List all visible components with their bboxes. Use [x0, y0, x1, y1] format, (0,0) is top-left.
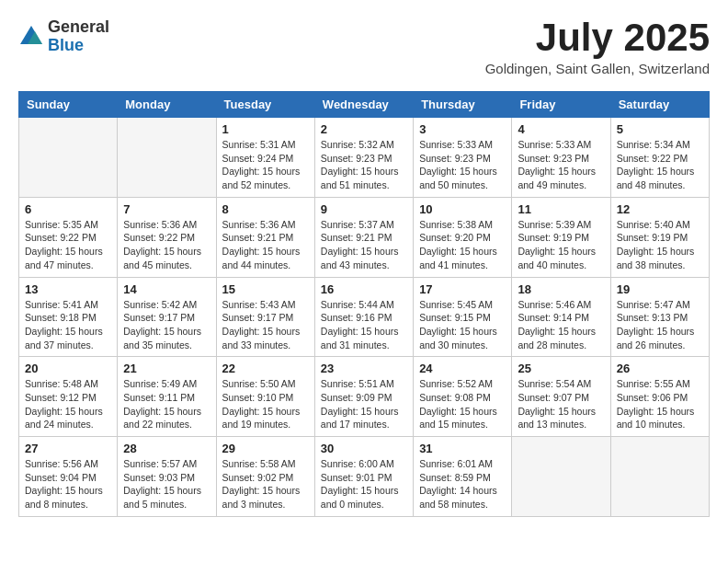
week-row: 1Sunrise: 5:31 AM Sunset: 9:24 PM Daylig…	[19, 118, 710, 198]
day-info: Sunrise: 5:50 AM Sunset: 9:10 PM Dayligh…	[222, 377, 309, 431]
day-number: 6	[25, 202, 111, 216]
day-info: Sunrise: 5:34 AM Sunset: 9:22 PM Dayligh…	[617, 138, 703, 192]
calendar-cell: 6Sunrise: 5:35 AM Sunset: 9:22 PM Daylig…	[19, 197, 118, 277]
day-info: Sunrise: 5:31 AM Sunset: 9:24 PM Dayligh…	[222, 138, 309, 192]
day-info: Sunrise: 5:52 AM Sunset: 9:08 PM Dayligh…	[419, 377, 506, 431]
day-number: 13	[25, 282, 111, 296]
day-info: Sunrise: 5:37 AM Sunset: 9:21 PM Dayligh…	[321, 218, 407, 272]
calendar-cell: 11Sunrise: 5:39 AM Sunset: 9:19 PM Dayli…	[512, 197, 610, 277]
page-header: General Blue July 2025 Goldingen, Saint …	[18, 18, 710, 76]
day-info: Sunrise: 5:36 AM Sunset: 9:22 PM Dayligh…	[123, 218, 210, 272]
calendar-cell: 7Sunrise: 5:36 AM Sunset: 9:22 PM Daylig…	[118, 197, 216, 277]
weekday-header: Sunday	[19, 92, 118, 118]
calendar-cell: 26Sunrise: 5:55 AM Sunset: 9:06 PM Dayli…	[610, 357, 709, 437]
day-info: Sunrise: 5:56 AM Sunset: 9:04 PM Dayligh…	[25, 457, 111, 511]
day-number: 8	[222, 202, 309, 216]
logo: General Blue	[18, 18, 109, 55]
day-info: Sunrise: 5:55 AM Sunset: 9:06 PM Dayligh…	[617, 377, 703, 431]
day-info: Sunrise: 5:57 AM Sunset: 9:03 PM Dayligh…	[123, 457, 210, 511]
day-number: 16	[321, 282, 407, 296]
weekday-header: Monday	[118, 92, 216, 118]
logo-blue: Blue	[48, 37, 109, 55]
day-info: Sunrise: 5:35 AM Sunset: 9:22 PM Dayligh…	[25, 218, 111, 272]
day-number: 9	[321, 202, 407, 216]
calendar-cell: 28Sunrise: 5:57 AM Sunset: 9:03 PM Dayli…	[118, 437, 216, 517]
day-info: Sunrise: 5:33 AM Sunset: 9:23 PM Dayligh…	[518, 138, 604, 192]
calendar-cell: 27Sunrise: 5:56 AM Sunset: 9:04 PM Dayli…	[19, 437, 118, 517]
day-info: Sunrise: 6:00 AM Sunset: 9:01 PM Dayligh…	[321, 457, 407, 511]
week-row: 13Sunrise: 5:41 AM Sunset: 9:18 PM Dayli…	[19, 277, 710, 357]
day-number: 18	[518, 282, 604, 296]
calendar-cell: 20Sunrise: 5:48 AM Sunset: 9:12 PM Dayli…	[19, 357, 118, 437]
day-info: Sunrise: 5:41 AM Sunset: 9:18 PM Dayligh…	[25, 298, 111, 352]
calendar-cell: 30Sunrise: 6:00 AM Sunset: 9:01 PM Dayli…	[314, 437, 413, 517]
day-info: Sunrise: 5:58 AM Sunset: 9:02 PM Dayligh…	[222, 457, 309, 511]
day-info: Sunrise: 5:49 AM Sunset: 9:11 PM Dayligh…	[123, 377, 210, 431]
day-info: Sunrise: 5:40 AM Sunset: 9:19 PM Dayligh…	[617, 218, 703, 272]
week-row: 6Sunrise: 5:35 AM Sunset: 9:22 PM Daylig…	[19, 197, 710, 277]
location-subtitle: Goldingen, Saint Gallen, Switzerland	[485, 61, 710, 76]
day-number: 25	[518, 362, 604, 375]
calendar-cell: 16Sunrise: 5:44 AM Sunset: 9:16 PM Dayli…	[314, 277, 413, 357]
calendar-cell: 29Sunrise: 5:58 AM Sunset: 9:02 PM Dayli…	[216, 437, 314, 517]
day-info: Sunrise: 6:01 AM Sunset: 8:59 PM Dayligh…	[419, 457, 506, 511]
calendar-cell: 23Sunrise: 5:51 AM Sunset: 9:09 PM Dayli…	[314, 357, 413, 437]
day-number: 29	[222, 442, 309, 455]
day-number: 23	[321, 362, 407, 375]
day-number: 28	[123, 442, 210, 455]
calendar-cell	[19, 118, 118, 198]
day-number: 22	[222, 362, 309, 375]
calendar-cell: 21Sunrise: 5:49 AM Sunset: 9:11 PM Dayli…	[118, 357, 216, 437]
week-row: 20Sunrise: 5:48 AM Sunset: 9:12 PM Dayli…	[19, 357, 710, 437]
day-number: 5	[617, 122, 703, 136]
calendar-cell: 5Sunrise: 5:34 AM Sunset: 9:22 PM Daylig…	[610, 118, 709, 198]
calendar-cell: 19Sunrise: 5:47 AM Sunset: 9:13 PM Dayli…	[610, 277, 709, 357]
day-number: 2	[321, 122, 407, 136]
day-number: 27	[25, 442, 111, 455]
day-number: 21	[123, 362, 210, 375]
day-info: Sunrise: 5:33 AM Sunset: 9:23 PM Dayligh…	[419, 138, 506, 192]
calendar-cell: 3Sunrise: 5:33 AM Sunset: 9:23 PM Daylig…	[414, 118, 512, 198]
week-row: 27Sunrise: 5:56 AM Sunset: 9:04 PM Dayli…	[19, 437, 710, 517]
calendar-cell: 13Sunrise: 5:41 AM Sunset: 9:18 PM Dayli…	[19, 277, 118, 357]
day-number: 24	[419, 362, 506, 375]
calendar-cell: 14Sunrise: 5:42 AM Sunset: 9:17 PM Dayli…	[118, 277, 216, 357]
day-number: 1	[222, 122, 309, 136]
calendar-cell: 8Sunrise: 5:36 AM Sunset: 9:21 PM Daylig…	[216, 197, 314, 277]
calendar-cell: 2Sunrise: 5:32 AM Sunset: 9:23 PM Daylig…	[314, 118, 413, 198]
day-number: 30	[321, 442, 407, 455]
day-info: Sunrise: 5:54 AM Sunset: 9:07 PM Dayligh…	[518, 377, 604, 431]
logo-icon	[18, 24, 44, 50]
calendar-cell	[610, 437, 709, 517]
month-title: July 2025	[485, 18, 710, 57]
day-number: 4	[518, 122, 604, 136]
day-info: Sunrise: 5:51 AM Sunset: 9:09 PM Dayligh…	[321, 377, 407, 431]
calendar-cell: 12Sunrise: 5:40 AM Sunset: 9:19 PM Dayli…	[610, 197, 709, 277]
weekday-header: Wednesday	[314, 92, 413, 118]
day-number: 7	[123, 202, 210, 216]
weekday-header: Thursday	[414, 92, 512, 118]
day-number: 19	[617, 282, 703, 296]
calendar-cell: 18Sunrise: 5:46 AM Sunset: 9:14 PM Dayli…	[512, 277, 610, 357]
day-info: Sunrise: 5:44 AM Sunset: 9:16 PM Dayligh…	[321, 298, 407, 352]
calendar-cell: 15Sunrise: 5:43 AM Sunset: 9:17 PM Dayli…	[216, 277, 314, 357]
day-info: Sunrise: 5:42 AM Sunset: 9:17 PM Dayligh…	[123, 298, 210, 352]
day-info: Sunrise: 5:46 AM Sunset: 9:14 PM Dayligh…	[518, 298, 604, 352]
day-info: Sunrise: 5:47 AM Sunset: 9:13 PM Dayligh…	[617, 298, 703, 352]
calendar-cell: 25Sunrise: 5:54 AM Sunset: 9:07 PM Dayli…	[512, 357, 610, 437]
weekday-header: Saturday	[610, 92, 709, 118]
calendar-table: SundayMondayTuesdayWednesdayThursdayFrid…	[18, 91, 710, 517]
day-number: 15	[222, 282, 309, 296]
calendar-cell: 31Sunrise: 6:01 AM Sunset: 8:59 PM Dayli…	[414, 437, 512, 517]
day-number: 11	[518, 202, 604, 216]
day-info: Sunrise: 5:45 AM Sunset: 9:15 PM Dayligh…	[419, 298, 506, 352]
day-number: 10	[419, 202, 506, 216]
calendar-cell: 17Sunrise: 5:45 AM Sunset: 9:15 PM Dayli…	[414, 277, 512, 357]
day-number: 17	[419, 282, 506, 296]
day-info: Sunrise: 5:48 AM Sunset: 9:12 PM Dayligh…	[25, 377, 111, 431]
title-area: July 2025 Goldingen, Saint Gallen, Switz…	[485, 18, 710, 76]
weekday-header: Tuesday	[216, 92, 314, 118]
calendar-cell: 10Sunrise: 5:38 AM Sunset: 9:20 PM Dayli…	[414, 197, 512, 277]
logo-general: General	[48, 18, 109, 37]
day-number: 31	[419, 442, 506, 455]
